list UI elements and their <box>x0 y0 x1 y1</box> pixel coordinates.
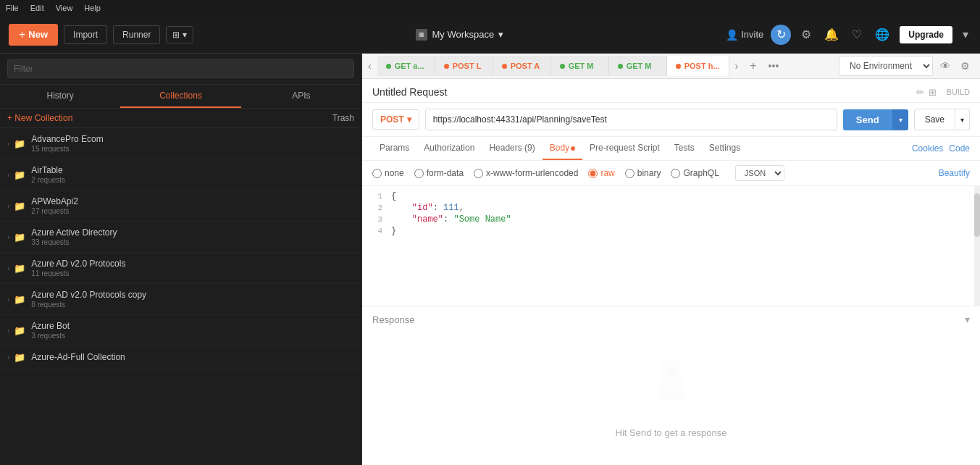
folder-icon: 📁 <box>14 201 25 211</box>
tab-post-a[interactable]: POST A <box>493 56 551 76</box>
menu-edit[interactable]: Edit <box>30 4 44 12</box>
collection-count: 33 requests <box>31 238 117 246</box>
tab-collections[interactable]: Collections <box>120 85 240 108</box>
tab-auth[interactable]: Authorization <box>416 137 482 160</box>
method-select[interactable]: POST ▾ <box>372 109 419 130</box>
tab-get-m2[interactable]: GET M <box>609 56 667 76</box>
build-button[interactable]: BUILD <box>947 88 970 96</box>
notifications-button[interactable]: 🔔 <box>821 25 842 44</box>
workspace-selector[interactable]: ▦ My Workspace ▾ <box>416 29 503 41</box>
upgrade-button[interactable]: Upgrade <box>900 26 952 43</box>
sync-button[interactable]: ↻ <box>771 25 791 45</box>
body-option-form-data[interactable]: form-data <box>414 168 464 178</box>
tab-apis[interactable]: APIs <box>241 85 361 108</box>
new-collection-button[interactable]: + New Collection <box>7 113 72 123</box>
import-button[interactable]: Import <box>64 25 107 44</box>
scrollbar-track[interactable] <box>974 186 980 306</box>
invite-button[interactable]: 👤 Invite <box>726 29 763 41</box>
tab-post-l[interactable]: POST L <box>435 56 493 76</box>
response-rocket-icon <box>639 345 704 420</box>
tab-body[interactable]: Body <box>543 137 582 160</box>
json-type-select[interactable]: JSON <box>735 165 784 181</box>
save-dropdown-button[interactable]: ▾ <box>955 109 970 130</box>
environment-selector[interactable]: No Environment <box>839 56 933 76</box>
chevron-right-icon: › <box>7 296 9 303</box>
send-dropdown-button[interactable]: ▾ <box>892 109 908 130</box>
list-item[interactable]: › 📁 Azure AD v2.0 Protocols 11 requests <box>0 253 361 284</box>
chevron-right-icon: › <box>7 171 9 179</box>
tab-post-h[interactable]: POST h... <box>667 56 729 76</box>
search-input[interactable] <box>7 59 354 78</box>
body-option-graphql[interactable]: GraphQL <box>671 168 719 178</box>
menu-file[interactable]: File <box>6 4 19 12</box>
tab-settings[interactable]: Settings <box>702 137 747 160</box>
tab-tests[interactable]: Tests <box>667 137 702 160</box>
folder-icon: 📁 <box>14 325 25 336</box>
layout-switcher[interactable]: ⊞ ▾ <box>166 26 193 43</box>
tab-more-button[interactable]: ••• <box>763 54 785 78</box>
code-line-2: 2 "id": 111, <box>362 202 980 214</box>
settings-button[interactable]: ⚙ <box>798 25 814 44</box>
response-label-row: Response ▾ <box>372 314 970 325</box>
list-item[interactable]: › 📁 Azure AD v2.0 Protocols copy 8 reque… <box>0 284 361 315</box>
sidebar: History Collections APIs + New Collectio… <box>0 54 362 465</box>
env-settings-button[interactable]: ⚙ <box>958 57 973 75</box>
list-item[interactable]: › 📁 AdvancePro Ecom 15 requests <box>0 128 361 159</box>
send-button-group: Send ▾ <box>843 109 908 130</box>
method-chevron: ▾ <box>407 114 411 125</box>
grid-icon[interactable]: ⊞ <box>929 87 937 98</box>
beautify-button[interactable]: Beautify <box>939 168 970 178</box>
send-button[interactable]: Send <box>843 109 892 130</box>
code-link[interactable]: Code <box>949 143 970 154</box>
tab-label-get-a: GET a... <box>395 62 424 70</box>
tab-forward-button[interactable]: › <box>729 54 745 78</box>
body-option-binary[interactable]: binary <box>625 168 661 178</box>
code-editor[interactable]: 1 { 2 "id": 111, 3 "name": "Some Name" <box>362 186 980 306</box>
tab-history[interactable]: History <box>0 85 120 108</box>
list-item[interactable]: › 📁 AirTable 2 requests <box>0 159 361 190</box>
url-input[interactable] <box>425 109 837 130</box>
code-line-4: 4 } <box>362 225 980 237</box>
code-line-1: 1 { <box>362 190 980 202</box>
cookies-link[interactable]: Cookies <box>912 143 943 154</box>
menu-view[interactable]: View <box>56 4 73 12</box>
runner-button[interactable]: Runner <box>113 25 160 44</box>
tab-dot-post-h <box>676 64 681 69</box>
list-item[interactable]: › 📁 Azure Active Directory 33 requests <box>0 222 361 253</box>
tab-pre-request[interactable]: Pre-request Script <box>582 137 667 160</box>
response-chevron[interactable]: ▾ <box>965 314 970 325</box>
svg-point-1 <box>666 369 676 379</box>
tab-get-m1[interactable]: GET M <box>551 56 609 76</box>
menu-help[interactable]: Help <box>84 4 101 12</box>
workspace-name: My Workspace <box>432 29 494 40</box>
env-eye-button[interactable]: 👁 <box>937 57 953 75</box>
tab-headers[interactable]: Headers (9) <box>482 137 542 160</box>
body-option-none[interactable]: none <box>372 168 404 178</box>
list-item[interactable]: › 📁 Azure Bot 3 requests <box>0 315 361 346</box>
edit-icon[interactable]: ✏ <box>916 87 924 98</box>
collection-info: Azure Bot 3 requests <box>31 321 70 340</box>
folder-icon: 📁 <box>14 169 25 180</box>
trash-button[interactable]: Trash <box>332 113 354 123</box>
chevron-right-icon: › <box>7 327 9 335</box>
list-item[interactable]: › 📁 Azure-Ad-Full Collection <box>0 346 361 369</box>
body-option-raw[interactable]: raw <box>588 168 614 178</box>
collection-name: Azure AD v2.0 Protocols <box>31 259 125 269</box>
heart-button[interactable]: ♡ <box>849 25 865 44</box>
collection-name: Azure Bot <box>31 321 70 331</box>
upgrade-dropdown[interactable]: ▾ <box>960 25 971 44</box>
new-button[interactable]: + New <box>9 24 58 46</box>
scrollbar-thumb[interactable] <box>974 193 980 237</box>
method-label: POST <box>380 114 404 125</box>
tab-add-button[interactable]: + <box>744 54 762 78</box>
globe-button[interactable]: 🌐 <box>872 25 892 44</box>
code-line-3: 3 "name": "Some Name" <box>362 214 980 225</box>
save-button[interactable]: Save <box>914 109 955 130</box>
tab-get-a[interactable]: GET a... <box>377 56 435 76</box>
body-option-urlencoded[interactable]: x-www-form-urlencoded <box>474 168 578 178</box>
list-item[interactable]: › 📁 APWebApi2 27 requests <box>0 190 361 222</box>
chevron-right-icon: › <box>7 140 9 148</box>
tab-params[interactable]: Params <box>372 137 416 160</box>
collection-name: Azure AD v2.0 Protocols copy <box>31 290 146 300</box>
tab-back-button[interactable]: ‹ <box>362 54 377 78</box>
